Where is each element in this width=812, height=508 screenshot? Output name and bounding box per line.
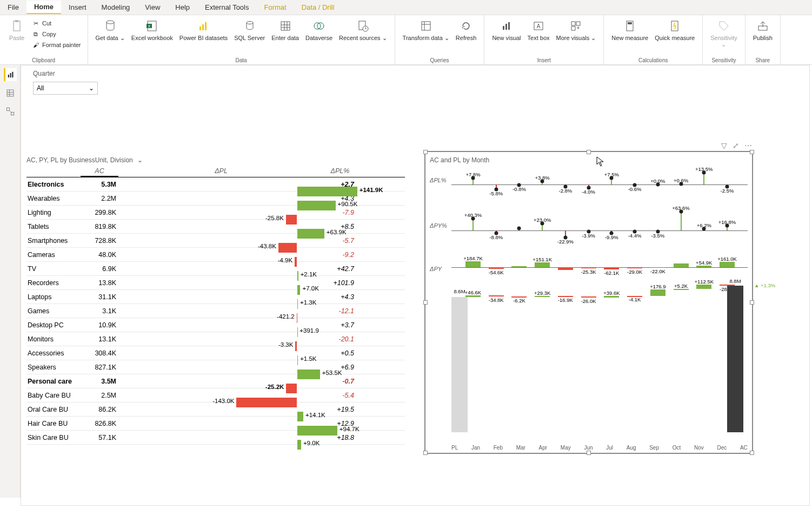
menu-home[interactable]: Home <box>26 1 61 14</box>
row-name: TV <box>26 265 81 273</box>
header-ac: AC <box>81 166 118 177</box>
menu-file[interactable]: File <box>0 1 26 14</box>
svg-rect-19 <box>422 22 430 30</box>
sensitivity-button[interactable]: Sensitivity⌄ <box>707 17 741 49</box>
chart-zone-dpy: +184.7K-54.6K+151.1K-25.3K-62.1K-29.0K-2… <box>451 258 748 279</box>
table-row[interactable]: Personal care3.5M-25.2K-0.7 <box>26 374 405 388</box>
group-label-share: Share <box>750 56 776 63</box>
x-tick: AC <box>740 445 748 451</box>
menu-external-tools[interactable]: External Tools <box>197 1 256 14</box>
x-tick: Jun <box>584 445 593 451</box>
excel-button[interactable]: XExcel workbook <box>128 17 176 42</box>
ribbon-group-data: Get data ⌄ XExcel workbook Power BI data… <box>88 15 395 64</box>
table-row[interactable]: Lighting299.8K-25.8K-7.9 <box>26 206 405 220</box>
zone-label-dpy: ΔPY <box>430 266 442 272</box>
menu-help[interactable]: Help <box>168 1 197 14</box>
more-options-icon[interactable]: ⋯ <box>744 141 752 150</box>
visual-bar-table[interactable]: AC, PY, PL by BusinessUnit, Division ⌄ A… <box>26 156 405 445</box>
row-ac: 57.1K <box>81 434 118 441</box>
menu-format[interactable]: Format <box>256 1 294 14</box>
format-painter-button[interactable]: 🖌Format painter <box>29 40 83 50</box>
resize-handle[interactable] <box>750 451 754 455</box>
visual-month-chart[interactable]: ▽ ⤢ ⋯ AC and PL by Month ΔPL% +7.8%-5.8%… <box>424 151 753 454</box>
chart-zone-waterfall: 8.6M+46.6K-34.8K-6.2K+29.3K-16.9K-26.0K+… <box>451 287 748 439</box>
slicer-value: All <box>37 84 44 92</box>
svg-rect-1 <box>15 20 18 22</box>
resize-handle[interactable] <box>750 300 754 305</box>
table-row[interactable]: Skin Care BU57.1K+9.0K+18.8 <box>26 431 405 445</box>
table-row[interactable]: Cameras48.0K-4.9K-9.2 <box>26 248 405 262</box>
menu-bar: File Home Insert Modeling View Help Exte… <box>0 0 812 15</box>
chart-zone-dplp: +7.8%-5.8%-0.8%+3.8%-2.8%-4.0%+7.5%-0.6%… <box>451 168 748 195</box>
enter-data-button[interactable]: Enter data <box>268 17 302 42</box>
row-name: Wearables <box>26 195 81 202</box>
transform-data-button[interactable]: Transform data ⌄ <box>400 17 452 42</box>
row-dplp: +101.9 <box>324 279 356 287</box>
menu-insert[interactable]: Insert <box>61 1 94 14</box>
copy-button[interactable]: ⧉Copy <box>29 29 83 39</box>
row-name: Personal care <box>26 378 81 385</box>
resize-handle[interactable] <box>423 300 428 305</box>
cut-button[interactable]: ✂Cut <box>29 18 83 28</box>
focus-icon[interactable]: ⤢ <box>733 141 739 150</box>
ribbon-group-clipboard: Paste ✂Cut ⧉Copy 🖌Format painter Clipboa… <box>0 15 88 64</box>
chevron-down-icon[interactable]: ⌄ <box>137 156 143 164</box>
table-row[interactable]: Laptops31.1K+1.3K+4.3 <box>26 290 405 304</box>
row-ac: 728.8K <box>81 237 118 245</box>
table-row[interactable]: Electronics5.3M+141.9K+2.7 <box>26 177 405 192</box>
excel-icon: X <box>144 18 159 34</box>
resize-handle[interactable] <box>587 451 591 455</box>
menu-view[interactable]: View <box>137 1 168 14</box>
new-visual-button[interactable]: New visual <box>489 17 524 42</box>
table-row[interactable]: Accessories308.4K+1.5K+0.5 <box>26 346 405 360</box>
publish-button[interactable]: Publish <box>750 17 776 42</box>
copy-icon: ⧉ <box>31 30 40 38</box>
resize-handle[interactable] <box>587 150 591 154</box>
x-tick: Dec <box>717 445 727 451</box>
get-data-button[interactable]: Get data ⌄ <box>92 17 128 42</box>
pbi-datasets-button[interactable]: Power BI datasets <box>176 17 231 42</box>
sql-server-button[interactable]: SQL Server <box>231 17 268 42</box>
chevron-down-icon: ⌄ <box>89 84 94 92</box>
row-name: Accessories <box>26 349 81 357</box>
table-row[interactable]: Games3.1K-421.2-12.1 <box>26 304 405 318</box>
menu-data-drill[interactable]: Data / Drill <box>294 1 342 14</box>
table-row[interactable]: Recorders13.8K+7.0K+101.9 <box>26 276 405 290</box>
svg-rect-6 <box>199 27 201 30</box>
table-row[interactable]: Speakers827.1K+53.5K+6.9 <box>26 360 405 374</box>
dataverse-button[interactable]: Dataverse <box>302 17 336 42</box>
table-row[interactable]: Monitors13.1K-3.3K-20.1 <box>26 332 405 346</box>
row-ac: 827.1K <box>81 364 118 371</box>
filter-icon[interactable]: ▽ <box>721 141 727 150</box>
table-row[interactable]: TV6.9K+2.1K+42.7 <box>26 262 405 276</box>
table-row[interactable]: Smartphones728.8K-43.8K-5.7 <box>26 234 405 248</box>
quarter-slicer[interactable]: All ⌄ <box>33 82 98 95</box>
row-ac: 31.1K <box>81 293 118 301</box>
paste-button[interactable]: Paste <box>4 17 29 42</box>
chart-icon <box>499 18 514 34</box>
resize-handle[interactable] <box>423 150 428 154</box>
table-row[interactable]: Hair Care BU826.8K+94.7K+12.9 <box>26 417 405 431</box>
refresh-button[interactable]: Refresh <box>452 17 480 42</box>
new-measure-button[interactable]: New measure <box>608 17 651 42</box>
svg-rect-32 <box>628 22 632 24</box>
row-ac: 826.8K <box>81 420 118 427</box>
table-row[interactable]: Oral Care BU86.2K+14.1K+19.5 <box>26 403 405 417</box>
data-view-icon[interactable] <box>4 87 17 100</box>
table-row[interactable]: Baby Care BU2.5M-143.0K-5.4 <box>26 388 405 403</box>
svg-rect-23 <box>505 24 507 30</box>
resize-handle[interactable] <box>423 451 428 455</box>
row-dplp: +3.7 <box>324 321 356 329</box>
menu-modeling[interactable]: Modeling <box>94 1 138 14</box>
text-box-button[interactable]: AText box <box>524 17 553 42</box>
x-tick: Aug <box>627 445 636 451</box>
table-row[interactable]: Desktop PC10.9K+391.9+3.7 <box>26 318 405 332</box>
resize-handle[interactable] <box>750 150 754 154</box>
model-view-icon[interactable] <box>4 105 17 118</box>
group-label-insert: Insert <box>489 56 599 63</box>
report-view-icon[interactable] <box>4 68 17 81</box>
recent-sources-button[interactable]: Recent sources ⌄ <box>336 17 390 42</box>
more-visuals-button[interactable]: +More visuals ⌄ <box>553 17 600 42</box>
table-row[interactable]: Tablets819.8K+63.9K+8.5 <box>26 220 405 234</box>
quick-measure-button[interactable]: Quick measure <box>651 17 698 42</box>
